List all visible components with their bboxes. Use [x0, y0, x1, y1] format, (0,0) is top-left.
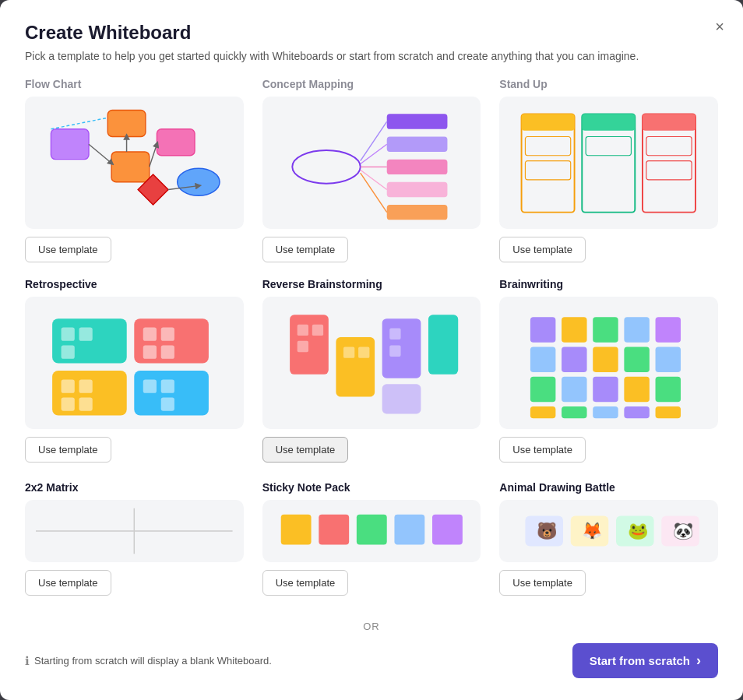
template-animal-drawing-battle: Animal Drawing Battle 🐻 🦊 🐸 🐼	[499, 481, 718, 596]
svg-rect-70	[562, 346, 587, 372]
svg-rect-73	[656, 346, 681, 372]
svg-rect-15	[386, 181, 447, 196]
svg-rect-25	[522, 114, 575, 130]
svg-rect-76	[593, 376, 619, 402]
svg-rect-13	[386, 136, 447, 151]
svg-rect-32	[646, 160, 692, 179]
svg-text:🐼: 🐼	[673, 521, 694, 541]
svg-rect-68	[656, 317, 681, 343]
svg-rect-66	[593, 317, 619, 343]
svg-rect-50	[161, 397, 174, 410]
svg-rect-83	[656, 406, 681, 417]
template-brainwriting: Brainwriting	[499, 278, 718, 463]
template-card-animal-drawing-battle: 🐻 🦊 🐸 🐼	[499, 500, 718, 562]
template-stand-up: Stand Up	[499, 78, 718, 262]
svg-rect-86	[280, 515, 311, 545]
svg-rect-65	[562, 317, 587, 343]
use-template-button-animal-drawing-battle[interactable]: Use template	[499, 570, 586, 596]
template-card-concept-mapping	[262, 97, 481, 229]
templates-grid: Retrospective	[25, 278, 718, 596]
svg-point-11	[292, 149, 360, 183]
svg-rect-45	[79, 379, 93, 392]
svg-rect-78	[656, 376, 681, 402]
create-whiteboard-modal: Create Whiteboard Pick a template to hel…	[0, 0, 743, 700]
svg-rect-67	[625, 317, 650, 343]
use-template-button-2x2-matrix[interactable]: Use template	[25, 570, 111, 596]
svg-rect-71	[593, 346, 619, 372]
template-retrospective: Retrospective	[25, 278, 244, 463]
svg-rect-16	[386, 204, 447, 219]
svg-rect-88	[357, 515, 387, 545]
svg-text:🐸: 🐸	[628, 521, 649, 541]
svg-rect-69	[530, 346, 556, 372]
svg-rect-54	[382, 384, 421, 413]
svg-rect-80	[562, 406, 587, 417]
svg-rect-51	[290, 315, 329, 375]
use-template-button-concept-mapping[interactable]: Use template	[262, 237, 349, 262]
template-name-reverse-brainstorming: Reverse Brainstorming	[262, 278, 481, 290]
svg-rect-27	[643, 114, 695, 130]
close-button[interactable]: ×	[712, 16, 727, 37]
template-concept-mapping: Concept Mapping	[262, 78, 481, 262]
use-template-button-flow-chart[interactable]: Use template	[25, 237, 111, 262]
template-card-reverse-brainstorming	[262, 297, 481, 429]
svg-rect-39	[62, 345, 75, 358]
use-template-button-stand-up[interactable]: Use template	[499, 237, 586, 262]
svg-rect-82	[625, 406, 650, 417]
svg-rect-90	[432, 515, 463, 545]
template-name-sticky-note-pack: Sticky Note Pack	[262, 481, 481, 494]
svg-rect-40	[143, 327, 157, 340]
svg-rect-37	[62, 327, 75, 340]
template-name-brainwriting: Brainwriting	[499, 278, 718, 290]
svg-rect-81	[593, 406, 619, 417]
template-name-animal-drawing-battle: Animal Drawing Battle	[499, 481, 718, 494]
svg-rect-49	[161, 379, 174, 392]
template-name-2x2-matrix: 2x2 Matrix	[25, 481, 244, 494]
svg-point-3	[178, 168, 220, 195]
svg-rect-44	[62, 379, 75, 392]
svg-rect-72	[625, 346, 650, 372]
info-icon: ℹ	[25, 654, 30, 668]
svg-line-10	[51, 118, 107, 129]
svg-rect-74	[530, 376, 556, 402]
svg-rect-43	[161, 345, 174, 358]
svg-rect-1	[111, 151, 150, 181]
svg-rect-87	[319, 515, 349, 545]
partial-template-name-0: Flow Chart	[25, 78, 244, 90]
modal-body: Flow Chart	[0, 72, 743, 634]
svg-rect-28	[526, 136, 571, 155]
svg-rect-61	[389, 328, 400, 339]
svg-rect-77	[625, 376, 650, 402]
modal-overlay: Create Whiteboard Pick a template to hel…	[0, 0, 743, 700]
svg-rect-38	[79, 327, 93, 340]
svg-text:🦊: 🦊	[583, 521, 604, 541]
template-flow-chart: Flow Chart	[25, 78, 244, 262]
modal-subtitle: Pick a template to help you get started …	[25, 50, 718, 62]
template-card-brainwriting	[499, 297, 718, 429]
template-sticky-note-pack: Sticky Note Pack Use template	[262, 481, 481, 596]
use-template-button-retrospective[interactable]: Use template	[25, 437, 111, 463]
svg-rect-12	[386, 114, 447, 128]
start-from-scratch-button[interactable]: Start from scratch ›	[572, 643, 718, 678]
template-reverse-brainstorming: Reverse Brainstorming	[262, 278, 481, 463]
use-template-button-reverse-brainstorming[interactable]: Use template	[262, 437, 349, 463]
svg-rect-64	[530, 317, 556, 343]
svg-rect-0	[51, 128, 89, 159]
svg-rect-47	[79, 397, 93, 410]
svg-rect-29	[526, 160, 571, 179]
template-card-stand-up	[499, 97, 718, 229]
svg-rect-59	[343, 346, 354, 357]
svg-rect-56	[297, 324, 308, 335]
svg-rect-46	[62, 397, 75, 410]
use-template-button-sticky-note-pack[interactable]: Use template	[262, 570, 349, 596]
svg-line-6	[89, 144, 111, 163]
use-template-button-brainwriting[interactable]: Use template	[499, 437, 586, 463]
svg-rect-48	[143, 379, 157, 392]
partial-template-name-2: Stand Up	[499, 78, 718, 90]
partial-template-name-1: Concept Mapping	[262, 78, 481, 90]
modal-header: Create Whiteboard Pick a template to hel…	[0, 0, 743, 72]
modal-footer: ℹ Starting from scratch will display a b…	[0, 634, 743, 700]
template-name-retrospective: Retrospective	[25, 278, 244, 290]
chevron-right-icon: ›	[696, 653, 701, 669]
svg-rect-5	[157, 128, 195, 155]
